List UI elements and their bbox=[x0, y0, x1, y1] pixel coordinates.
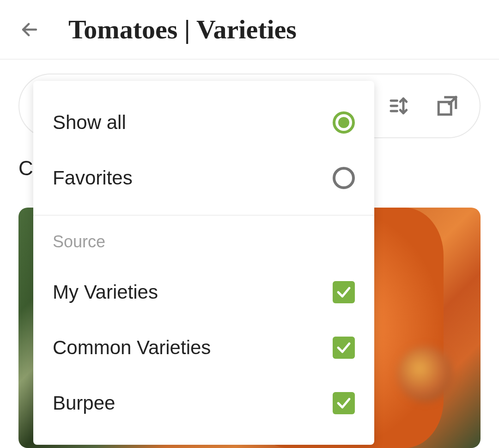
filter-option-label: Burpee bbox=[53, 392, 115, 414]
checkbox-checked-icon bbox=[333, 281, 355, 303]
filter-option-show-all[interactable]: Show all bbox=[33, 95, 374, 150]
back-button[interactable] bbox=[18, 18, 41, 41]
filter-option-label: Favorites bbox=[53, 167, 133, 189]
checkbox-checked-icon bbox=[333, 337, 355, 359]
filter-source-burpee[interactable]: Burpee bbox=[33, 375, 374, 431]
sort-button[interactable] bbox=[385, 92, 413, 120]
radio-unselected-icon bbox=[333, 167, 355, 189]
checkbox-checked-icon bbox=[333, 392, 355, 414]
divider bbox=[33, 215, 374, 215]
sort-icon bbox=[387, 93, 412, 118]
radio-selected-icon bbox=[333, 111, 355, 134]
page-title: Tomatoes | Varieties bbox=[68, 14, 297, 45]
app-header: Tomatoes | Varieties bbox=[0, 0, 499, 60]
expand-icon bbox=[436, 94, 459, 117]
filter-option-label: My Varieties bbox=[53, 281, 158, 303]
filter-option-favorites[interactable]: Favorites bbox=[33, 150, 374, 206]
filter-option-label: Common Varieties bbox=[53, 337, 211, 359]
filter-dropdown: Show all Favorites Source My Varieties C… bbox=[33, 81, 374, 445]
filter-source-my-varieties[interactable]: My Varieties bbox=[33, 264, 374, 320]
filter-option-label: Show all bbox=[53, 111, 126, 134]
view-button[interactable] bbox=[433, 92, 461, 120]
filter-source-common-varieties[interactable]: Common Varieties bbox=[33, 320, 374, 375]
arrow-left-icon bbox=[20, 20, 39, 39]
filter-section-header: Source bbox=[33, 225, 374, 264]
